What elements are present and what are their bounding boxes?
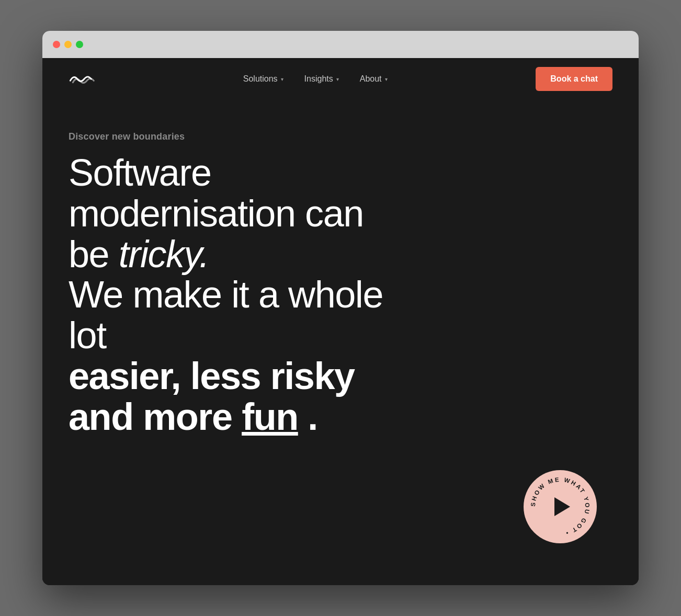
browser-window: Solutions ▾ Insights ▾ About ▾ (42, 31, 639, 585)
hero-section: Discover new boundaries Softwaremodernis… (42, 100, 639, 585)
insights-chevron-icon: ▾ (336, 76, 339, 82)
nav-solutions-label: Solutions (243, 74, 278, 84)
nav-insights-label: Insights (304, 74, 333, 84)
nav-about-label: About (360, 74, 382, 84)
minimize-button[interactable] (64, 41, 72, 48)
nav-item-about[interactable]: About ▾ (360, 74, 388, 84)
about-chevron-icon: ▾ (385, 76, 388, 82)
book-chat-button[interactable]: Book a chat (536, 67, 612, 91)
play-badge[interactable]: SHOW ME WHAT YOU GOT • (524, 470, 597, 543)
close-button[interactable] (53, 41, 60, 48)
logo[interactable] (69, 73, 95, 85)
solutions-chevron-icon: ▾ (281, 76, 283, 82)
browser-chrome (42, 31, 639, 58)
nav-item-insights[interactable]: Insights ▾ (304, 74, 339, 84)
headline-fun: fun (242, 396, 298, 438)
logo-icon (69, 73, 95, 85)
navbar: Solutions ▾ Insights ▾ About ▾ (42, 58, 639, 100)
discover-text: Discover new boundaries (69, 131, 612, 142)
play-icon (554, 497, 570, 516)
hero-headline: Softwaremodernisation canbe tricky.We ma… (69, 153, 435, 437)
nav-links: Solutions ▾ Insights ▾ About ▾ (243, 74, 388, 84)
headline-italic: tricky. (119, 233, 209, 275)
maximize-button[interactable] (76, 41, 83, 48)
headline-part1: Softwaremodernisation canbe tricky.We ma… (69, 152, 383, 356)
browser-content: Solutions ▾ Insights ▾ About ▾ (42, 58, 639, 585)
play-badge-inner: SHOW ME WHAT YOU GOT • (524, 470, 597, 543)
nav-item-solutions[interactable]: Solutions ▾ (243, 74, 283, 84)
headline-bold: easier, less riskyand more fun . (69, 355, 355, 438)
